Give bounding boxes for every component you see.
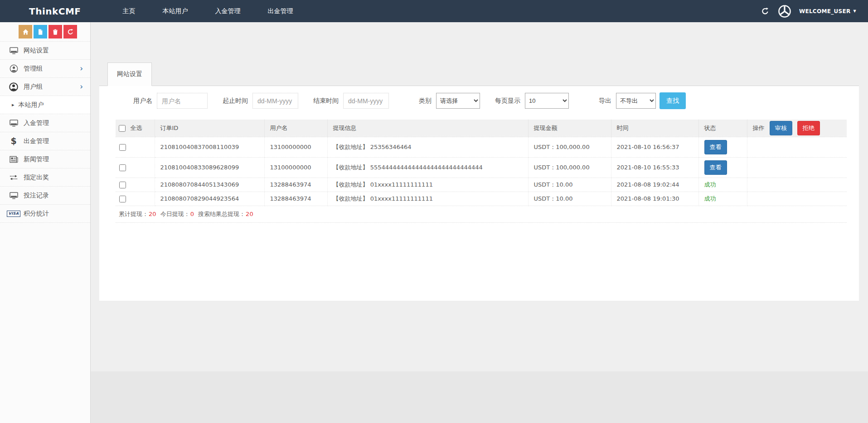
sidebar-item-label: 新闻管理	[24, 155, 49, 163]
row-withdraw-info: 【收款地址】 25356346464	[327, 137, 528, 157]
filter-pagesize-group: 每页显示 10	[495, 93, 569, 109]
category-select[interactable]: 请选择	[436, 93, 480, 109]
row-actions-cell	[747, 157, 847, 178]
row-order-id: 210810040833089628099	[155, 157, 264, 178]
row-amount: USDT：10.00	[528, 192, 611, 206]
recycle-icon[interactable]	[63, 25, 77, 38]
nav-item[interactable]: 主页	[109, 0, 149, 22]
sidebar-item-5[interactable]: $出金管理	[0, 132, 90, 150]
row-checkbox[interactable]	[119, 182, 126, 188]
row-withdraw-info: 【收款地址】 555444444444444444444444444444	[327, 157, 528, 178]
nav-right: WELCOME_USER ▼	[760, 4, 856, 19]
today-withdraw-label: 今日提现：	[160, 211, 190, 217]
exchange-icon	[9, 174, 19, 181]
username-input[interactable]	[157, 93, 208, 109]
sidebar-item-4[interactable]: 入金管理	[0, 114, 90, 132]
username-label: 用户名	[133, 97, 152, 105]
start-time-label: 起止时间	[223, 97, 248, 105]
row-withdraw-info: 【收款地址】 01xxxx11111111111	[327, 178, 528, 192]
row-time: 2021-08-10 16:56:37	[611, 137, 698, 157]
tab-bar: 网站设置	[99, 62, 859, 86]
filter-username-group: 用户名	[133, 93, 208, 109]
view-button[interactable]: 查看	[704, 140, 727, 154]
view-button[interactable]: 查看	[704, 160, 727, 175]
row-checkbox[interactable]	[119, 196, 126, 202]
brand-logo[interactable]: ThinkCMF	[29, 6, 81, 17]
table-row: 21081004083700811003913100000000【收款地址】 2…	[116, 137, 847, 157]
sidebar-item-label: 管理组	[24, 65, 43, 73]
row-checkbox-cell	[116, 137, 155, 157]
chevron-right-icon: ›	[80, 65, 83, 72]
nav-item[interactable]: 入金管理	[202, 0, 254, 22]
sidebar-item-7[interactable]: 指定出奖	[0, 168, 90, 187]
filter-row: 用户名 起止时间 结束时间 类别 请选择	[99, 86, 859, 109]
refresh-icon[interactable]	[760, 6, 770, 16]
row-checkbox[interactable]	[119, 144, 126, 151]
row-checkbox[interactable]	[119, 164, 126, 171]
main-area: 网站设置 用户名 起止时间 结束时间 类别	[91, 22, 868, 423]
sidebar-item-label: 本站用户	[19, 101, 44, 109]
sidebar-item-6[interactable]: 新闻管理	[0, 150, 90, 168]
select-all-checkbox[interactable]	[119, 125, 126, 132]
row-actions-cell	[747, 178, 847, 192]
pagesize-select[interactable]: 10	[525, 93, 569, 109]
monitor-icon	[9, 192, 19, 199]
row-status-cell: 成功	[698, 178, 747, 192]
sidebar-menu: 网站设置管理组›用户组›▸本站用户入金管理$出金管理新闻管理指定出奖投注记录VI…	[0, 41, 90, 223]
sidebar-item-0[interactable]: 网站设置	[0, 42, 90, 60]
withdrawals-table: 全选 订单ID 用户名 提现信息 提现金额 时间 状态 操作 审核 拒绝	[116, 120, 847, 206]
row-username: 13100000000	[264, 137, 327, 157]
table-header-row: 全选 订单ID 用户名 提现信息 提现金额 时间 状态 操作 审核 拒绝	[116, 120, 847, 137]
select-all-label: 全选	[130, 125, 142, 131]
row-username: 13288463974	[264, 178, 327, 192]
sidebar-item-label: 入金管理	[24, 119, 49, 127]
export-label: 导出	[599, 97, 611, 105]
table-row: 21081004083308962809913100000000【收款地址】 5…	[116, 157, 847, 178]
sidebar-item-label: 积分统计	[24, 210, 49, 218]
total-withdraw-value: 20	[149, 211, 156, 217]
dollar-icon: $	[9, 137, 19, 145]
row-time: 2021-08-08 19:02:44	[611, 178, 698, 192]
sidebar-item-label: 网站设置	[24, 47, 49, 55]
sidebar-quick-icons	[0, 22, 90, 41]
filter-category-group: 类别 请选择	[419, 93, 480, 109]
approve-button[interactable]: 审核	[770, 121, 792, 135]
row-actions-cell	[747, 192, 847, 206]
sidebar-item-8[interactable]: 投注记录	[0, 187, 90, 205]
home-icon[interactable]	[19, 25, 32, 38]
sidebar-item-label: 投注记录	[24, 192, 49, 200]
search-button[interactable]: 查找	[659, 92, 686, 109]
nav-item[interactable]: 出金管理	[254, 0, 307, 22]
row-time: 2021-08-08 19:01:30	[611, 192, 698, 206]
row-status-cell: 查看	[698, 137, 747, 157]
user-avatar-icon[interactable]	[777, 4, 792, 19]
row-actions-cell	[747, 137, 847, 157]
sidebar-item-label: 指定出奖	[24, 173, 49, 182]
table-row: 21080807082904492356413288463974【收款地址】 0…	[116, 192, 847, 206]
filter-end-group: 结束时间	[313, 93, 389, 109]
sidebar-item-3[interactable]: ▸本站用户	[0, 96, 90, 114]
header-status: 状态	[698, 120, 747, 137]
reject-button[interactable]: 拒绝	[797, 121, 820, 135]
sidebar-item-2[interactable]: 用户组›	[0, 78, 90, 96]
header-time: 时间	[611, 120, 698, 137]
withdrawals-table-wrap: 全选 订单ID 用户名 提现信息 提现金额 时间 状态 操作 审核 拒绝	[116, 120, 847, 223]
sidebar-item-1[interactable]: 管理组›	[0, 60, 90, 78]
today-withdraw-value: 0	[190, 211, 194, 217]
header-withdraw-info: 提现信息	[327, 120, 528, 137]
tab-site-settings[interactable]: 网站设置	[107, 62, 152, 86]
row-checkbox-cell	[116, 157, 155, 178]
start-date-input[interactable]	[252, 93, 298, 109]
end-date-input[interactable]	[343, 93, 389, 109]
sidebar-item-9[interactable]: VISA积分统计	[0, 205, 90, 223]
nav-item[interactable]: 本站用户	[149, 0, 202, 22]
export-select[interactable]: 不导出	[616, 93, 656, 109]
trash-icon[interactable]	[48, 25, 62, 38]
file-icon[interactable]	[34, 25, 47, 38]
caret-right-icon: ▸	[12, 102, 15, 107]
header-amount: 提现金额	[528, 120, 611, 137]
search-total-value: 20	[246, 211, 253, 217]
welcome-user-dropdown[interactable]: WELCOME_USER ▼	[799, 8, 856, 14]
header-username: 用户名	[264, 120, 327, 137]
row-order-id: 210808070844051343069	[155, 178, 264, 192]
